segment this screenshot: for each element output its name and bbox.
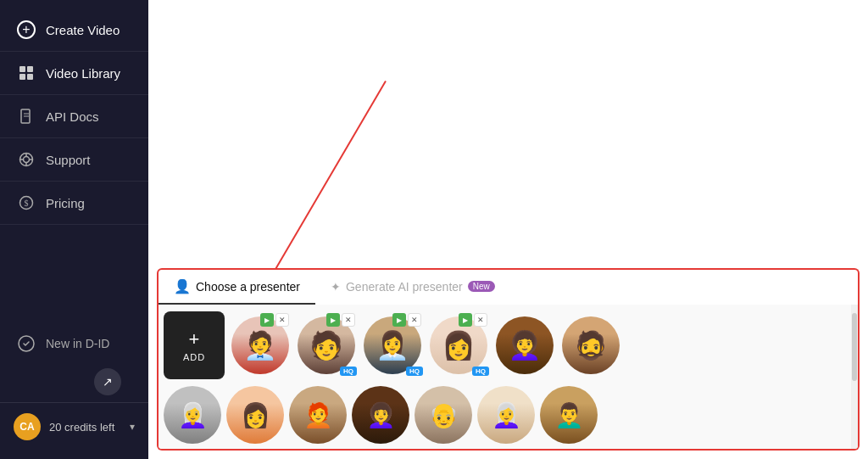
sidebar-item-support[interactable]: Support <box>0 138 148 182</box>
sidebar-label-pricing: Pricing <box>46 196 85 210</box>
list-item[interactable]: 👩‍🦱 <box>494 311 555 379</box>
sparkle-icon: ✦ <box>331 280 341 294</box>
tab-generate-label: Generate AI presenter <box>346 280 463 294</box>
svg-text:$: $ <box>25 199 29 208</box>
avatar-badges: ▶ ✕ <box>326 313 355 327</box>
list-item[interactable]: 👴 <box>415 386 472 444</box>
sidebar-user[interactable]: CA 20 credits left ▾ <box>0 402 148 451</box>
life-ring-icon <box>17 150 36 169</box>
svg-rect-1 <box>27 66 33 72</box>
add-plus-icon: + <box>189 328 200 350</box>
svg-rect-3 <box>27 74 33 80</box>
play-icon: ▶ <box>260 313 274 327</box>
add-label: ADD <box>183 352 205 362</box>
credits-label: 20 credits left <box>49 421 121 434</box>
presenter-panel: 👤 Choose a presenter ✦ Generate AI prese… <box>148 268 868 459</box>
tab-choose-label: Choose a presenter <box>196 280 300 294</box>
avatar-image: 👴 <box>415 386 472 444</box>
chevron-down-icon: ▾ <box>130 421 135 433</box>
avatar-row-1: + ADD ▶ ✕ 🧑‍💼 ▶ ✕ <box>159 305 858 386</box>
new-in-did-icon <box>17 334 36 353</box>
avatar-image: 👩 <box>226 386 284 444</box>
sidebar-item-pricing[interactable]: $ Pricing <box>0 182 148 225</box>
list-item[interactable]: 👩‍🦳 <box>477 386 535 444</box>
avatar-row-2: 👩‍🦳 👩 🧑‍🦰 👩‍🦱 <box>159 386 858 449</box>
new-badge: New <box>468 281 495 292</box>
play-icon: ▶ <box>392 313 406 327</box>
sidebar-item-video-library[interactable]: Video Library <box>0 52 148 95</box>
sidebar-label-api-docs: API Docs <box>46 109 99 124</box>
close-icon: ✕ <box>342 313 355 327</box>
list-item[interactable]: 👩 <box>226 386 284 444</box>
avatar-image: 👩‍🦱 <box>496 316 554 374</box>
close-icon: ✕ <box>275 313 289 327</box>
hq-badge: HQ <box>472 367 489 376</box>
sidebar-nav: + Create Video Video Library API Docs Su… <box>0 0 148 314</box>
person-icon: 👤 <box>174 278 191 294</box>
list-item[interactable]: 👩‍🦱 <box>352 386 409 444</box>
list-item[interactable]: 🧑‍🦰 <box>289 386 347 444</box>
list-item[interactable]: 🧔 <box>560 311 621 379</box>
main-content: 👤 Choose a presenter ✦ Generate AI prese… <box>148 0 868 459</box>
close-icon: ✕ <box>474 313 487 327</box>
hq-badge: HQ <box>406 367 423 376</box>
plus-circle-icon: + <box>17 20 36 39</box>
share-button[interactable]: ↗ <box>94 368 121 395</box>
list-item[interactable]: ▶ ✕ 🧑 HQ <box>296 311 357 379</box>
sidebar-label-support: Support <box>46 153 91 167</box>
avatar-image: 👩‍🦱 <box>352 386 409 444</box>
avatar-image: 👩‍🦳 <box>477 386 535 444</box>
avatar: CA <box>14 413 41 440</box>
avatar-image: 🧑‍🦰 <box>289 386 347 444</box>
svg-rect-0 <box>19 66 25 72</box>
hq-badge: HQ <box>340 367 357 376</box>
scrollbar-thumb <box>852 313 857 381</box>
play-icon: ▶ <box>459 313 472 327</box>
sidebar-item-new-in-did[interactable]: New in D-ID <box>0 322 148 365</box>
new-in-did-label: New in D-ID <box>46 337 109 350</box>
sidebar-item-create-video[interactable]: + Create Video <box>0 8 148 52</box>
tab-choose-presenter[interactable]: 👤 Choose a presenter <box>159 270 315 305</box>
avatar-badges: ▶ ✕ <box>260 313 289 327</box>
svg-rect-2 <box>19 74 25 80</box>
grid-icon <box>17 64 36 82</box>
add-avatar-button[interactable]: + ADD <box>164 311 225 379</box>
close-icon: ✕ <box>408 313 421 327</box>
play-icon: ▶ <box>326 313 340 327</box>
sidebar-bottom: New in D-ID ↗ CA 20 credits left ▾ <box>0 314 148 459</box>
avatar-image: 👨‍🦱 <box>540 386 598 444</box>
presenter-content: + ADD ▶ ✕ 🧑‍💼 ▶ ✕ <box>157 305 860 451</box>
avatar-badges: ▶ ✕ <box>392 313 421 327</box>
list-item[interactable]: ▶ ✕ 👩‍💼 HQ <box>362 311 423 379</box>
list-item[interactable]: 👨‍🦱 <box>540 386 598 444</box>
svg-point-8 <box>24 157 30 163</box>
file-icon <box>17 107 36 126</box>
list-item[interactable]: ▶ ✕ 🧑‍💼 <box>230 311 291 379</box>
sidebar-label-create-video: Create Video <box>46 23 120 37</box>
sidebar-item-api-docs[interactable]: API Docs <box>0 95 148 138</box>
avatar-badges: ▶ ✕ <box>459 313 487 327</box>
avatar-image: 👩‍🦳 <box>164 386 221 444</box>
tab-generate-presenter[interactable]: ✦ Generate AI presenter New <box>315 271 510 304</box>
sidebar-label-video-library: Video Library <box>46 66 120 81</box>
list-item[interactable]: 👩‍🦳 <box>164 386 221 444</box>
scrollbar[interactable] <box>851 305 858 449</box>
avatar-image: 🧔 <box>562 316 620 374</box>
list-item[interactable]: ▶ ✕ 👩 HQ <box>428 311 489 379</box>
dollar-icon: $ <box>17 193 36 212</box>
sidebar: + Create Video Video Library API Docs Su… <box>0 0 148 459</box>
